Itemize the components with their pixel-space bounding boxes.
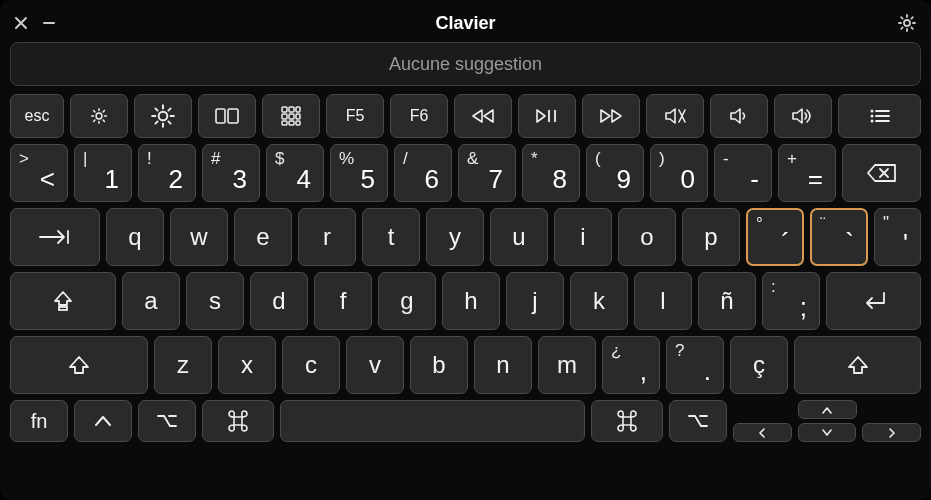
k-key[interactable]: k xyxy=(570,272,628,330)
titlebar: Clavier xyxy=(10,6,921,40)
right-command-key[interactable] xyxy=(591,400,663,442)
angle-bracket-key[interactable]: >< xyxy=(10,144,68,202)
v-key[interactable]: v xyxy=(346,336,404,394)
svg-rect-10 xyxy=(296,114,300,119)
dead-acute-key[interactable]: °´ xyxy=(746,208,804,266)
svg-rect-4 xyxy=(228,109,238,123)
keyboard: esc F5 F6 xyxy=(10,94,921,490)
launchpad-key[interactable] xyxy=(262,94,320,138)
svg-point-1 xyxy=(96,113,102,119)
right-option-key[interactable] xyxy=(669,400,727,442)
three-key[interactable]: #3 xyxy=(202,144,260,202)
w-key[interactable]: w xyxy=(170,208,228,266)
t-key[interactable]: t xyxy=(362,208,420,266)
four-key[interactable]: $4 xyxy=(266,144,324,202)
z-key[interactable]: z xyxy=(154,336,212,394)
volume-down-key[interactable] xyxy=(710,94,768,138)
j-key[interactable]: j xyxy=(506,272,564,330)
mission-control-key[interactable] xyxy=(198,94,256,138)
brightness-down-key[interactable] xyxy=(70,94,128,138)
semicolon-key[interactable]: :; xyxy=(762,272,820,330)
r-key[interactable]: r xyxy=(298,208,356,266)
one-key[interactable]: |1 xyxy=(74,144,132,202)
dead-grave-key[interactable]: ¨` xyxy=(810,208,868,266)
suggestion-bar[interactable]: Aucune suggestion xyxy=(10,42,921,86)
backspace-key[interactable] xyxy=(842,144,921,202)
brightness-up-key[interactable] xyxy=(134,94,192,138)
list-key[interactable] xyxy=(838,94,921,138)
eight-key[interactable]: *8 xyxy=(522,144,580,202)
arrow-right-key[interactable] xyxy=(862,423,921,442)
close-icon[interactable] xyxy=(14,16,28,30)
cedilla-key[interactable]: ç xyxy=(730,336,788,394)
n-key[interactable]: n xyxy=(474,336,532,394)
left-option-key[interactable] xyxy=(138,400,196,442)
play-pause-key[interactable] xyxy=(518,94,576,138)
svg-rect-5 xyxy=(282,107,287,112)
period-key[interactable]: ?. xyxy=(666,336,724,394)
minimize-icon[interactable] xyxy=(42,16,56,30)
svg-point-16 xyxy=(870,120,873,123)
m-key[interactable]: m xyxy=(538,336,596,394)
d-key[interactable]: d xyxy=(250,272,308,330)
nine-key[interactable]: (9 xyxy=(586,144,644,202)
l-key[interactable]: l xyxy=(634,272,692,330)
f5-key[interactable]: F5 xyxy=(326,94,384,138)
gear-icon[interactable] xyxy=(897,13,917,33)
arrow-left-key[interactable] xyxy=(733,423,792,442)
spacebar-key[interactable] xyxy=(280,400,585,442)
y-key[interactable]: y xyxy=(426,208,484,266)
b-key[interactable]: b xyxy=(410,336,468,394)
f6-key[interactable]: F6 xyxy=(390,94,448,138)
home-row: a s d f g h j k l ñ :; xyxy=(10,272,921,330)
svg-point-0 xyxy=(904,20,910,26)
arrow-up-key[interactable] xyxy=(798,400,857,419)
right-shift-key[interactable] xyxy=(794,336,921,394)
e-key[interactable]: e xyxy=(234,208,292,266)
left-shift-key[interactable] xyxy=(10,336,148,394)
seven-key[interactable]: &7 xyxy=(458,144,516,202)
f-key[interactable]: f xyxy=(314,272,372,330)
svg-rect-6 xyxy=(289,107,294,112)
five-key[interactable]: %5 xyxy=(330,144,388,202)
i-key[interactable]: i xyxy=(554,208,612,266)
esc-key[interactable]: esc xyxy=(10,94,64,138)
svg-rect-13 xyxy=(296,121,300,125)
p-key[interactable]: p xyxy=(682,208,740,266)
comma-key[interactable]: ¿, xyxy=(602,336,660,394)
h-key[interactable]: h xyxy=(442,272,500,330)
left-command-key[interactable] xyxy=(202,400,274,442)
two-key[interactable]: !2 xyxy=(138,144,196,202)
enye-key[interactable]: ñ xyxy=(698,272,756,330)
caps-lock-key[interactable] xyxy=(10,272,116,330)
equals-key[interactable]: += xyxy=(778,144,836,202)
c-key[interactable]: c xyxy=(282,336,340,394)
q-key[interactable]: q xyxy=(106,208,164,266)
arrow-down-key[interactable] xyxy=(798,423,857,442)
x-key[interactable]: x xyxy=(218,336,276,394)
a-key[interactable]: a xyxy=(122,272,180,330)
control-key[interactable] xyxy=(74,400,132,442)
fn-key[interactable]: fn xyxy=(10,400,68,442)
s-key[interactable]: s xyxy=(186,272,244,330)
minus-key[interactable]: -- xyxy=(714,144,772,202)
svg-rect-8 xyxy=(282,114,287,119)
fast-forward-key[interactable] xyxy=(582,94,640,138)
qwerty-row: q w e r t y u i o p °´ ¨` "' xyxy=(10,208,921,266)
bottom-letter-row: z x c v b n m ¿, ?. ç xyxy=(10,336,921,394)
svg-rect-9 xyxy=(289,114,294,119)
svg-rect-12 xyxy=(289,121,294,125)
u-key[interactable]: u xyxy=(490,208,548,266)
zero-key[interactable]: )0 xyxy=(650,144,708,202)
tab-key[interactable] xyxy=(10,208,100,266)
o-key[interactable]: o xyxy=(618,208,676,266)
quote-key[interactable]: "' xyxy=(874,208,921,266)
six-key[interactable]: /6 xyxy=(394,144,452,202)
g-key[interactable]: g xyxy=(378,272,436,330)
modifier-row: fn xyxy=(10,400,921,442)
mute-key[interactable] xyxy=(646,94,704,138)
return-key[interactable] xyxy=(826,272,921,330)
keyboard-window: Clavier Aucune suggestion esc F5 xyxy=(0,0,931,500)
volume-up-key[interactable] xyxy=(774,94,832,138)
rewind-key[interactable] xyxy=(454,94,512,138)
